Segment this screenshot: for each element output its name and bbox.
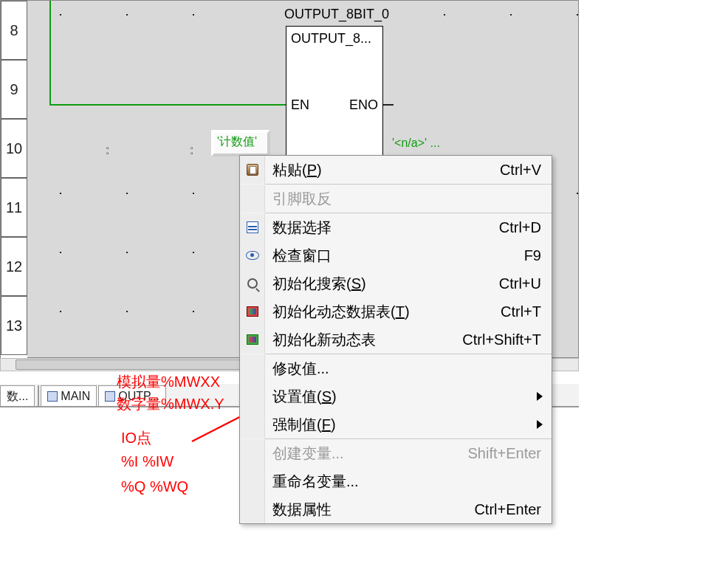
wire-stub: [383, 104, 394, 106]
menu-set-value[interactable]: 设置值(S): [240, 382, 552, 410]
new-dynamic-table-icon: [247, 334, 258, 345]
menu-modify-value[interactable]: 修改值...: [240, 354, 552, 382]
ld-icon: [47, 391, 58, 402]
rung-ruler: 8 9 10 11 12 13: [1, 1, 27, 359]
ld-icon: [105, 391, 115, 402]
tab-divider: [38, 385, 39, 406]
context-menu: 粘贴(P) Ctrl+V 引脚取反 数据选择 Ctrl+D 检查窗口 F9 初始…: [239, 155, 552, 524]
menu-rename-variable[interactable]: 重命名变量...: [240, 467, 552, 495]
menu-init-search[interactable]: 初始化搜索(S) Ctrl+U: [240, 269, 552, 297]
dynamic-table-icon: [247, 306, 258, 317]
tab-label: 数...: [7, 387, 28, 406]
search-icon: [247, 278, 258, 289]
annotation-io-title: IO点: [121, 428, 151, 448]
menu-pin-negate: 引脚取反: [240, 185, 552, 213]
rung-number: 11: [1, 178, 27, 237]
tiny-box-glyph: ▫▫: [190, 145, 193, 156]
counter-value-label[interactable]: '计数值': [211, 130, 270, 156]
wire-horizontal: [49, 104, 286, 106]
menu-paste[interactable]: 粘贴(P) Ctrl+V: [240, 156, 552, 184]
submenu-arrow-icon: [537, 392, 543, 401]
annotation-io-q: %Q %WQ: [121, 478, 188, 495]
na-output-label: '<n/a>' ...: [392, 137, 440, 150]
tab-data[interactable]: 数...: [0, 385, 35, 406]
menu-force-value[interactable]: 强制值(F): [240, 410, 552, 438]
annotation-io-i: %I %IW: [121, 453, 174, 470]
fb-pin-en: EN: [291, 97, 309, 113]
annotation-digital: 数字量%MWX.Y: [117, 394, 224, 414]
menu-data-properties[interactable]: 数据属性 Ctrl+Enter: [240, 495, 552, 523]
tab-main[interactable]: MAIN: [41, 385, 97, 406]
tiny-box-glyph: ▫▫: [106, 145, 109, 156]
fb-type-name: OUTPUT_8...: [286, 27, 382, 47]
rung-number: 9: [1, 60, 27, 119]
menu-data-select[interactable]: 数据选择 Ctrl+D: [240, 213, 552, 241]
rung-number: 13: [1, 296, 27, 355]
tab-label: MAIN: [61, 387, 90, 406]
data-select-icon: [247, 221, 258, 233]
inspect-icon: [246, 251, 259, 260]
menu-init-new-dynamic-table[interactable]: 初始化新动态表 Ctrl+Shift+T: [240, 326, 552, 354]
rung-number: 12: [1, 237, 27, 296]
function-block[interactable]: OUTPUT_8... EN ENO: [286, 26, 383, 156]
menu-create-variable: 创建变量... Shift+Enter: [240, 439, 552, 467]
fb-instance-name: OUTPUT_8BIT_0: [274, 7, 399, 22]
submenu-arrow-icon: [537, 420, 543, 429]
rung-number: 8: [1, 1, 27, 60]
annotation-analog: 模拟量%MWXX: [117, 372, 220, 392]
menu-init-dynamic-table[interactable]: 初始化动态数据表(T) Ctrl+T: [240, 297, 552, 326]
rung-number: 10: [1, 119, 27, 178]
wire-vertical: [49, 1, 51, 104]
fb-pin-eno: ENO: [349, 97, 378, 113]
paste-icon: [247, 164, 258, 176]
counter-label-text: '计数值': [217, 134, 264, 150]
menu-inspect-window[interactable]: 检查窗口 F9: [240, 241, 552, 269]
